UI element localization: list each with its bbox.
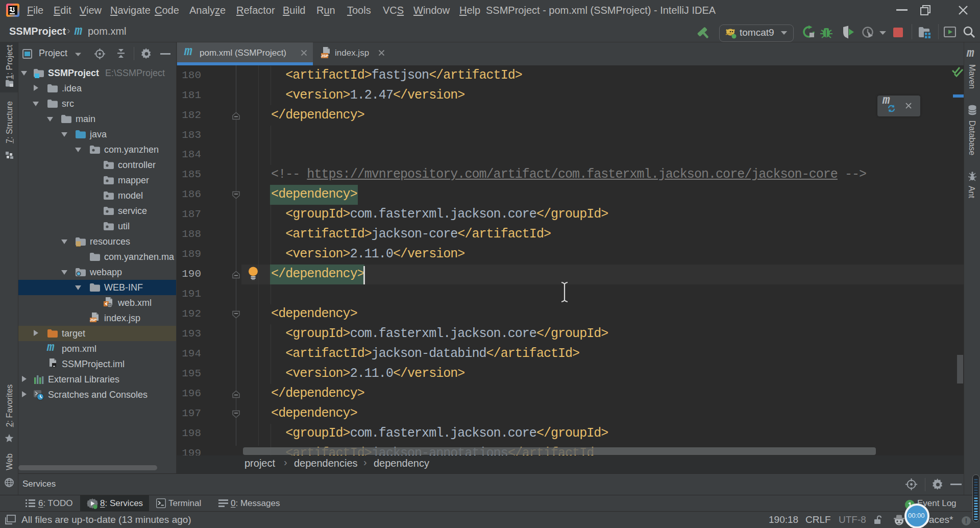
svg-text:JSP: JSP (321, 54, 329, 58)
svg-text:JSP: JSP (90, 318, 97, 322)
